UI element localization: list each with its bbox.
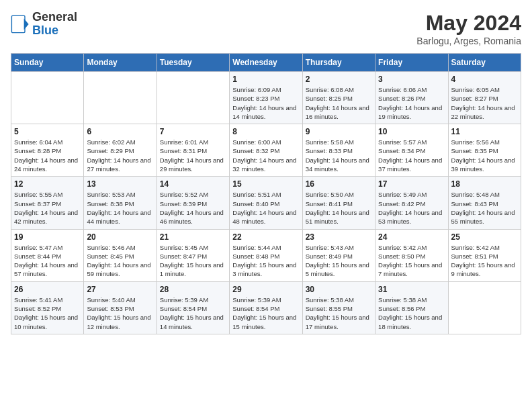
day-number: 22 (232, 232, 299, 242)
day-info: Sunrise: 6:05 AMSunset: 8:27 PMDaylight:… (451, 85, 518, 121)
day-number: 6 (87, 127, 153, 136)
day-info: Sunrise: 5:51 AMSunset: 8:40 PMDaylight:… (232, 190, 299, 226)
day-info: Sunrise: 6:02 AMSunset: 8:29 PMDaylight:… (87, 138, 153, 173)
weekday-header-wednesday: Wednesday (230, 54, 302, 72)
day-info: Sunrise: 5:53 AMSunset: 8:38 PMDaylight:… (87, 190, 153, 226)
day-info: Sunrise: 5:57 AMSunset: 8:34 PMDaylight:… (378, 138, 445, 173)
day-number: 2 (306, 75, 372, 84)
day-number: 8 (232, 127, 299, 136)
day-info: Sunrise: 5:46 AMSunset: 8:45 PMDaylight:… (87, 243, 153, 279)
day-cell: 31Sunrise: 5:38 AMSunset: 8:56 PMDayligh… (375, 281, 448, 334)
day-cell (157, 72, 229, 124)
day-cell: 22Sunrise: 5:44 AMSunset: 8:48 PMDayligh… (230, 229, 302, 281)
day-number: 12 (14, 179, 81, 189)
day-number: 15 (232, 179, 299, 189)
month-title: May 2024 (416, 11, 521, 36)
day-number: 4 (451, 75, 518, 84)
day-info: Sunrise: 5:49 AMSunset: 8:42 PMDaylight:… (378, 190, 445, 226)
day-cell: 23Sunrise: 5:43 AMSunset: 8:49 PMDayligh… (302, 229, 375, 281)
day-info: Sunrise: 5:58 AMSunset: 8:33 PMDaylight:… (306, 138, 372, 173)
day-cell: 2Sunrise: 6:08 AMSunset: 8:25 PMDaylight… (302, 72, 375, 124)
day-cell (448, 281, 521, 334)
day-info: Sunrise: 6:09 AMSunset: 8:23 PMDaylight:… (232, 85, 299, 121)
day-info: Sunrise: 6:08 AMSunset: 8:25 PMDaylight:… (306, 85, 372, 121)
day-cell: 10Sunrise: 5:57 AMSunset: 8:34 PMDayligh… (375, 124, 448, 177)
day-cell: 25Sunrise: 5:42 AMSunset: 8:51 PMDayligh… (448, 229, 521, 281)
week-row-4: 19Sunrise: 5:47 AMSunset: 8:44 PMDayligh… (11, 229, 521, 281)
day-number: 3 (378, 75, 445, 84)
day-info: Sunrise: 5:55 AMSunset: 8:37 PMDaylight:… (14, 190, 81, 226)
day-cell (84, 72, 157, 124)
day-cell: 5Sunrise: 6:04 AMSunset: 8:28 PMDaylight… (11, 124, 84, 177)
weekday-header-friday: Friday (375, 54, 448, 72)
location-subtitle: Barlogu, Arges, Romania (416, 36, 521, 46)
day-cell: 12Sunrise: 5:55 AMSunset: 8:37 PMDayligh… (11, 177, 84, 229)
day-cell: 19Sunrise: 5:47 AMSunset: 8:44 PMDayligh… (11, 229, 84, 281)
day-cell: 15Sunrise: 5:51 AMSunset: 8:40 PMDayligh… (230, 177, 302, 229)
title-block: May 2024 Barlogu, Arges, Romania (416, 11, 521, 46)
day-cell: 28Sunrise: 5:39 AMSunset: 8:54 PMDayligh… (157, 281, 229, 334)
week-row-1: 1Sunrise: 6:09 AMSunset: 8:23 PMDaylight… (11, 72, 521, 124)
day-number: 14 (160, 179, 226, 189)
calendar-table: SundayMondayTuesdayWednesdayThursdayFrid… (11, 53, 521, 334)
day-number: 16 (306, 179, 372, 189)
day-number: 9 (306, 127, 372, 136)
day-info: Sunrise: 5:48 AMSunset: 8:43 PMDaylight:… (451, 190, 518, 226)
day-info: Sunrise: 5:50 AMSunset: 8:41 PMDaylight:… (306, 190, 372, 226)
day-info: Sunrise: 6:00 AMSunset: 8:32 PMDaylight:… (232, 138, 299, 173)
day-number: 30 (306, 285, 372, 294)
day-cell: 16Sunrise: 5:50 AMSunset: 8:41 PMDayligh… (302, 177, 375, 229)
day-number: 24 (378, 232, 445, 242)
day-cell: 9Sunrise: 5:58 AMSunset: 8:33 PMDaylight… (302, 124, 375, 177)
day-info: Sunrise: 5:44 AMSunset: 8:48 PMDaylight:… (232, 243, 299, 279)
day-cell: 4Sunrise: 6:05 AMSunset: 8:27 PMDaylight… (448, 72, 521, 124)
weekday-header-saturday: Saturday (448, 54, 521, 72)
logo-icon (11, 15, 30, 34)
day-number: 23 (306, 232, 372, 242)
day-number: 10 (378, 127, 445, 136)
day-number: 11 (451, 127, 518, 136)
day-cell: 24Sunrise: 5:42 AMSunset: 8:50 PMDayligh… (375, 229, 448, 281)
day-cell: 7Sunrise: 6:01 AMSunset: 8:31 PMDaylight… (157, 124, 229, 177)
day-number: 7 (160, 127, 226, 136)
day-number: 25 (451, 232, 518, 242)
day-number: 17 (378, 179, 445, 189)
day-info: Sunrise: 6:04 AMSunset: 8:28 PMDaylight:… (14, 138, 81, 173)
page-header: General Blue May 2024 Barlogu, Arges, Ro… (11, 11, 521, 46)
day-info: Sunrise: 5:38 AMSunset: 8:56 PMDaylight:… (378, 295, 445, 331)
day-cell: 30Sunrise: 5:38 AMSunset: 8:55 PMDayligh… (302, 281, 375, 334)
day-info: Sunrise: 5:39 AMSunset: 8:54 PMDaylight:… (232, 295, 299, 331)
day-cell: 26Sunrise: 5:41 AMSunset: 8:52 PMDayligh… (11, 281, 84, 334)
day-info: Sunrise: 6:06 AMSunset: 8:26 PMDaylight:… (378, 85, 445, 121)
logo-blue-text: Blue (32, 24, 58, 37)
day-info: Sunrise: 5:41 AMSunset: 8:52 PMDaylight:… (14, 295, 81, 331)
day-number: 5 (14, 127, 81, 136)
day-number: 28 (160, 285, 226, 294)
weekday-header-sunday: Sunday (11, 54, 84, 72)
day-info: Sunrise: 5:52 AMSunset: 8:39 PMDaylight:… (160, 190, 226, 226)
day-info: Sunrise: 5:42 AMSunset: 8:50 PMDaylight:… (378, 243, 445, 279)
day-cell: 1Sunrise: 6:09 AMSunset: 8:23 PMDaylight… (230, 72, 302, 124)
day-cell: 29Sunrise: 5:39 AMSunset: 8:54 PMDayligh… (230, 281, 302, 334)
weekday-header-tuesday: Tuesday (157, 54, 229, 72)
weekday-header-row: SundayMondayTuesdayWednesdayThursdayFrid… (11, 54, 521, 72)
day-info: Sunrise: 5:40 AMSunset: 8:53 PMDaylight:… (87, 295, 153, 331)
day-number: 27 (87, 285, 153, 294)
day-cell: 8Sunrise: 6:00 AMSunset: 8:32 PMDaylight… (230, 124, 302, 177)
day-number: 19 (14, 232, 81, 242)
day-info: Sunrise: 5:39 AMSunset: 8:54 PMDaylight:… (160, 295, 226, 331)
day-cell: 20Sunrise: 5:46 AMSunset: 8:45 PMDayligh… (84, 229, 157, 281)
day-info: Sunrise: 5:45 AMSunset: 8:47 PMDaylight:… (160, 243, 226, 279)
day-number: 21 (160, 232, 226, 242)
day-info: Sunrise: 5:47 AMSunset: 8:44 PMDaylight:… (14, 243, 81, 279)
week-row-2: 5Sunrise: 6:04 AMSunset: 8:28 PMDaylight… (11, 124, 521, 177)
week-row-5: 26Sunrise: 5:41 AMSunset: 8:52 PMDayligh… (11, 281, 521, 334)
day-info: Sunrise: 5:43 AMSunset: 8:49 PMDaylight:… (306, 243, 372, 279)
day-number: 18 (451, 179, 518, 189)
day-cell: 27Sunrise: 5:40 AMSunset: 8:53 PMDayligh… (84, 281, 157, 334)
logo-general-text: General (32, 10, 77, 24)
day-info: Sunrise: 5:38 AMSunset: 8:55 PMDaylight:… (306, 295, 372, 331)
day-number: 20 (87, 232, 153, 242)
week-row-3: 12Sunrise: 5:55 AMSunset: 8:37 PMDayligh… (11, 177, 521, 229)
day-cell: 14Sunrise: 5:52 AMSunset: 8:39 PMDayligh… (157, 177, 229, 229)
